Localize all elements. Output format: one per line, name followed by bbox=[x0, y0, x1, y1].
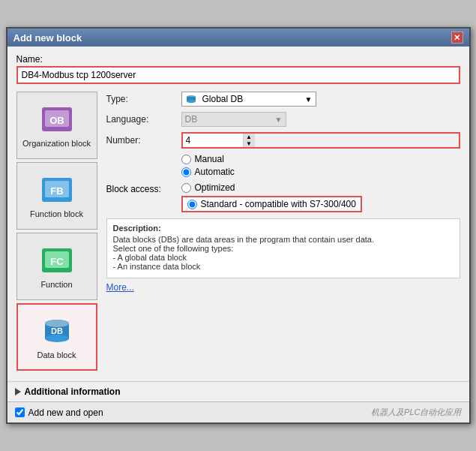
additional-section[interactable]: Additional information bbox=[7, 381, 469, 401]
block-access-label: Block access: bbox=[106, 182, 181, 194]
type-control: Global DB ▼ bbox=[181, 92, 460, 107]
automatic-radio-row: Automatic bbox=[181, 167, 460, 177]
access-options: Optimized Standard - compatible with S7-… bbox=[181, 182, 362, 212]
type-select[interactable]: Global DB ▼ bbox=[181, 92, 316, 107]
language-select: DB ▼ bbox=[181, 112, 286, 127]
number-spinner[interactable]: ▲ ▼ bbox=[181, 132, 460, 149]
settings-area: Type: Global DB ▼ bbox=[106, 92, 460, 371]
automatic-radio[interactable] bbox=[181, 167, 191, 177]
close-button[interactable]: ✕ bbox=[451, 32, 463, 44]
ob-label: Organization block bbox=[22, 139, 91, 148]
svg-text:FC: FC bbox=[50, 256, 64, 267]
optimized-option: Optimized bbox=[181, 182, 362, 193]
fc-icon: FC bbox=[39, 244, 75, 277]
language-row: Language: DB ▼ bbox=[106, 112, 460, 127]
number-control: ▲ ▼ bbox=[181, 132, 460, 149]
manual-radio-row: Manual bbox=[181, 154, 460, 164]
dialog-footer: Add new and open 机器人及PLC自动化应用 bbox=[7, 401, 469, 422]
svg-text:FB: FB bbox=[50, 185, 63, 197]
triangle-right-icon bbox=[15, 388, 21, 395]
dialog-title: Add new block bbox=[13, 32, 82, 44]
name-label: Name: bbox=[16, 54, 460, 65]
type-label: Type: bbox=[106, 94, 181, 104]
name-input[interactable] bbox=[16, 66, 460, 84]
number-label: Number: bbox=[106, 135, 181, 146]
spinner-up-button[interactable]: ▲ bbox=[244, 134, 255, 140]
standard-radio[interactable] bbox=[187, 200, 197, 209]
svg-text:DB: DB bbox=[51, 326, 63, 335]
db-icon: DB bbox=[39, 314, 75, 347]
add-new-block-dialog: Add new block ✕ Name: OB bbox=[6, 27, 471, 424]
language-value: DB bbox=[185, 114, 198, 125]
number-input[interactable] bbox=[183, 134, 243, 147]
fc-label: Function bbox=[40, 280, 72, 289]
automatic-label: Automatic bbox=[195, 167, 235, 177]
language-dropdown-arrow: ▼ bbox=[275, 116, 283, 124]
fb-label: Function block bbox=[30, 209, 83, 218]
fc-block-item[interactable]: FC Function bbox=[16, 233, 97, 300]
spinner-buttons: ▲ ▼ bbox=[243, 134, 255, 147]
dialog-body: Name: OB Organization block bbox=[7, 47, 469, 378]
description-title: Description: bbox=[113, 224, 454, 233]
optimized-radio[interactable] bbox=[181, 183, 191, 193]
fb-icon: FB bbox=[39, 173, 75, 206]
add-new-open-label: Add new and open bbox=[28, 407, 103, 418]
svg-point-16 bbox=[187, 100, 196, 103]
watermark-text: 机器人及PLC自动化应用 bbox=[371, 407, 461, 418]
type-value: Global DB bbox=[202, 94, 244, 104]
block-icons-column: OB Organization block FB Function bl bbox=[16, 92, 99, 371]
footer-left: Add new and open bbox=[15, 407, 103, 418]
additional-label: Additional information bbox=[25, 386, 121, 397]
type-dropdown-arrow: ▼ bbox=[305, 95, 313, 104]
numbering-radio-group: Manual Automatic bbox=[106, 154, 460, 177]
db-block-item[interactable]: DB Data block bbox=[16, 303, 97, 371]
fb-block-item[interactable]: FB Function block bbox=[16, 162, 97, 230]
standard-option: Standard - compatible with S7-300/400 bbox=[181, 196, 362, 212]
svg-text:OB: OB bbox=[49, 115, 64, 126]
manual-label: Manual bbox=[195, 154, 224, 164]
block-access-row: Block access: Optimized Standard - compa… bbox=[106, 182, 460, 212]
content-area: OB Organization block FB Function bl bbox=[16, 92, 460, 371]
name-section: Name: bbox=[16, 54, 460, 84]
title-bar: Add new block ✕ bbox=[7, 29, 469, 47]
language-label: Language: bbox=[106, 114, 181, 125]
svg-point-11 bbox=[45, 335, 69, 342]
standard-label: Standard - compatible with S7-300/400 bbox=[201, 199, 356, 209]
ob-block-item[interactable]: OB Organization block bbox=[16, 92, 97, 159]
ob-icon: OB bbox=[39, 103, 75, 136]
manual-radio[interactable] bbox=[181, 155, 191, 164]
number-row: Number: ▲ ▼ bbox=[106, 132, 460, 149]
description-box: Description: Data blocks (DBs) are data … bbox=[106, 218, 460, 278]
language-control: DB ▼ bbox=[181, 112, 460, 127]
add-new-open-checkbox[interactable] bbox=[15, 407, 25, 417]
spinner-down-button[interactable]: ▼ bbox=[244, 140, 255, 147]
description-text: Data blocks (DBs) are data areas in the … bbox=[113, 235, 454, 271]
more-link[interactable]: More... bbox=[106, 282, 134, 293]
type-row: Type: Global DB ▼ bbox=[106, 92, 460, 107]
optimized-label: Optimized bbox=[195, 182, 235, 193]
db-label: Data block bbox=[37, 350, 76, 359]
